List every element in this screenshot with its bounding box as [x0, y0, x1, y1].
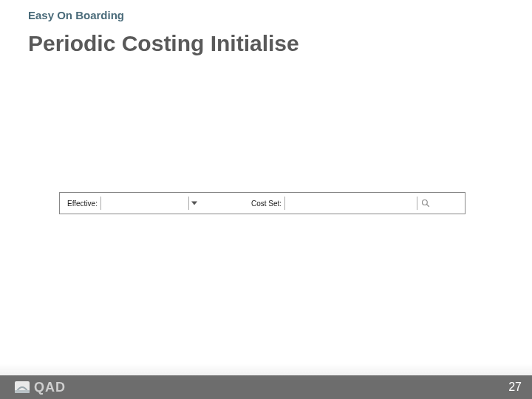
- footer: QAD 27: [0, 364, 532, 399]
- effective-field-group: Effective:: [60, 193, 200, 214]
- costset-field-group: Cost Set:: [244, 193, 432, 214]
- form-panel: Effective: Cost Set:: [59, 192, 466, 214]
- footer-gradient: [0, 364, 532, 375]
- page-title: Periodic Costing Initialise: [28, 31, 299, 56]
- logo-mark-icon: [15, 381, 30, 393]
- search-icon: [421, 199, 430, 208]
- footer-bar: QAD 27: [0, 375, 532, 399]
- logo-text: QAD: [34, 380, 66, 395]
- costset-input[interactable]: [284, 197, 417, 210]
- effective-label: Effective:: [60, 200, 100, 208]
- header-subtitle: Easy On Boarding: [28, 9, 124, 21]
- effective-input[interactable]: [100, 197, 189, 210]
- slide: Easy On Boarding Periodic Costing Initia…: [0, 0, 532, 399]
- effective-dropdown-button[interactable]: [189, 197, 200, 210]
- costset-label: Cost Set:: [244, 200, 284, 208]
- svg-rect-4: [15, 390, 30, 393]
- logo: QAD: [15, 380, 66, 395]
- svg-marker-0: [191, 202, 197, 205]
- costset-lookup-button[interactable]: [419, 197, 432, 210]
- svg-line-2: [427, 205, 429, 207]
- chevron-down-icon: [191, 201, 197, 205]
- page-number: 27: [508, 381, 522, 394]
